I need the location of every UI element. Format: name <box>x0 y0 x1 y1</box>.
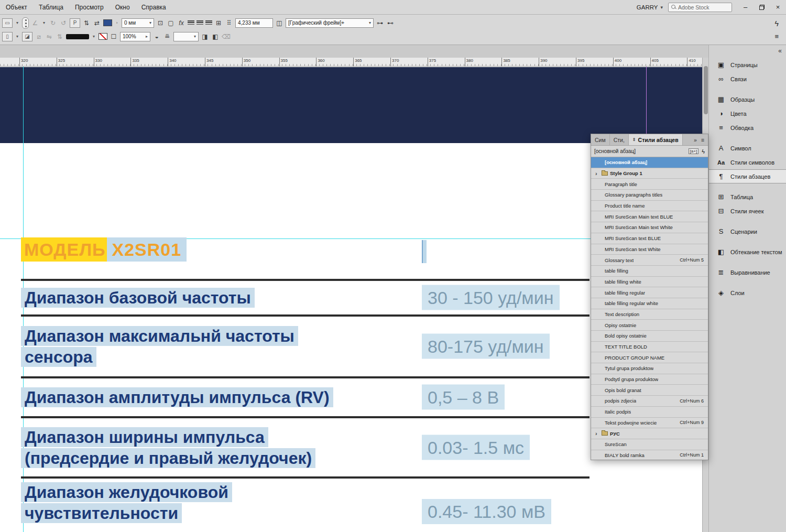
menu-item-3[interactable]: Окно <box>110 0 136 15</box>
effects-fx-icon[interactable]: fx <box>177 18 185 28</box>
style-item-9[interactable]: Glossary textCtrl+Num 5 <box>591 255 708 266</box>
menu-item-1[interactable]: Таблица <box>33 0 69 15</box>
rotate-cw-icon[interactable]: ↻ <box>49 18 57 28</box>
unlink-icon[interactable]: ⊷ <box>386 18 395 28</box>
style-item-11[interactable]: table filling white <box>591 277 708 288</box>
style-group-25[interactable]: ›РУС <box>591 428 708 439</box>
style-item-20[interactable]: Podtytl grupa produktow <box>591 374 708 385</box>
style-item-5[interactable]: MRI SureScan Main text BLUE <box>591 211 708 222</box>
style-item-0[interactable]: [основной абзац] <box>591 157 708 168</box>
opacity-icon[interactable]: ◒ <box>152 32 161 41</box>
quick-apply-icon[interactable]: ϟ <box>702 148 705 155</box>
frame-proxy-2-icon[interactable]: ▯ <box>2 32 13 41</box>
dock-item-color[interactable]: ◑Цвета <box>709 106 786 121</box>
panel-menu-icon[interactable]: ≡ <box>774 32 779 40</box>
flip-horizontal-icon[interactable]: ⇋ <box>45 32 53 41</box>
style-item-21[interactable]: Opis bold granat <box>591 385 708 396</box>
style-group-1[interactable]: ›Style Group 1 <box>591 168 708 179</box>
menu-item-0[interactable]: Объект <box>0 0 33 15</box>
style-item-14[interactable]: Text description <box>591 309 708 320</box>
panel-flyout-menu-icon[interactable]: ≡ <box>701 137 704 143</box>
style-item-18[interactable]: PRODUCT GROUP NAME <box>591 352 708 363</box>
fill-color-swatch[interactable] <box>103 19 112 26</box>
align-center-icon[interactable] <box>196 20 203 26</box>
style-item-6[interactable]: MRI SureScan Main text White <box>591 222 708 233</box>
reference-point-proxy[interactable] <box>22 17 29 29</box>
dock-item-stroke[interactable]: ≡Обводка <box>709 121 786 135</box>
tab-character[interactable]: Сим <box>591 134 610 145</box>
chevron-right-icon[interactable]: › <box>114 20 119 25</box>
clear-attributes-icon[interactable]: ⌫ <box>222 32 231 41</box>
style-item-12[interactable]: table filling regular <box>591 287 708 298</box>
menu-item-4[interactable]: Справка <box>136 0 172 15</box>
expander-icon[interactable]: › <box>595 430 599 437</box>
menu-item-2[interactable]: Просмотр <box>69 0 110 15</box>
corner-options-icon[interactable]: ◪ <box>22 32 32 41</box>
swatch-tint-select[interactable]: ▾ <box>173 32 199 41</box>
dock-item-scripts[interactable]: SСценарии <box>709 224 786 238</box>
scrollbar-thumb[interactable] <box>704 66 708 114</box>
dock-item-text-wrap[interactable]: ◧Обтекание текстом <box>709 245 786 259</box>
style-item-22[interactable]: podpis zdjeciaCtrl+Num 6 <box>591 396 708 407</box>
stroke-color-none-swatch[interactable] <box>99 33 107 40</box>
rotation-angle-icon[interactable]: ∠ <box>31 18 39 28</box>
stroke-type-select[interactable] <box>66 34 89 39</box>
link-icon[interactable]: ⊶ <box>376 18 384 28</box>
dock-item-align[interactable]: ≣Выравнивание <box>709 265 786 279</box>
columns-icon[interactable]: ⊞ <box>214 18 223 28</box>
vertical-align-icon[interactable]: ≞ <box>163 32 171 41</box>
scale-field[interactable]: 100% ▸ <box>120 32 150 41</box>
tab-paragraph-styles[interactable]: ⇕ Стили абзацев <box>629 134 683 145</box>
minimize-button[interactable]: – <box>737 0 754 15</box>
style-item-19[interactable]: Tytul grupa produktow <box>591 363 708 374</box>
style-item-3[interactable]: Glossary paragraphs titles <box>591 190 708 201</box>
align-justify-icon[interactable] <box>205 20 212 26</box>
quick-apply-icon[interactable]: ϟ <box>775 19 779 28</box>
chevron-down-icon[interactable]: ▾ <box>15 20 20 25</box>
restore-button[interactable] <box>754 0 770 15</box>
expand-panels-icon[interactable]: « <box>778 47 782 55</box>
style-item-26[interactable]: SureScan <box>591 439 708 450</box>
dock-item-pages[interactable]: ▣Страницы <box>709 58 786 72</box>
fit-content-icon[interactable]: ◫ <box>275 18 283 28</box>
space-before-icon[interactable]: ⇅ <box>82 18 91 28</box>
horizontal-ruler[interactable]: 3203253303353403453503553603653703753803… <box>0 58 702 67</box>
flip-vertical-icon[interactable]: ⇅ <box>56 32 64 41</box>
style-item-15[interactable]: Opisy ostatnie <box>591 320 708 331</box>
chevron-down-icon[interactable]: ▾ <box>15 34 20 39</box>
clear-overrides-icon[interactable]: [a+] <box>689 148 699 154</box>
mask-icon[interactable]: ◧ <box>211 32 220 41</box>
style-item-4[interactable]: Product title name <box>591 201 708 212</box>
style-item-2[interactable]: Paragraph title <box>591 179 708 190</box>
style-item-17[interactable]: TEXT TITLE BOLD <box>591 342 708 353</box>
dock-item-paragraph-styles[interactable]: ¶Стили абзацев <box>709 169 786 183</box>
dock-item-links[interactable]: ∞Связи <box>709 72 786 86</box>
chevron-down-icon[interactable]: ▾ <box>91 34 96 39</box>
frame-proxy-icon[interactable]: ▭ <box>2 18 13 28</box>
close-button[interactable]: × <box>770 0 786 15</box>
frame-icon[interactable]: ▢ <box>167 18 175 28</box>
dock-item-character-styles[interactable]: AaСтили символов <box>709 155 786 169</box>
wrap-icon[interactable]: ◨ <box>201 32 209 41</box>
style-item-24[interactable]: Tekst podwojne wciecieCtrl+Num 9 <box>591 418 708 429</box>
object-style-select[interactable]: [Графический фрейм]+ ▾ <box>286 18 374 28</box>
space-after-icon[interactable]: ⇄ <box>93 18 101 28</box>
style-item-16[interactable]: Bold opisy ostatnie <box>591 331 708 342</box>
style-item-7[interactable]: MRI SureScan text BLUE <box>591 233 708 244</box>
tab-character-styles[interactable]: Сти, <box>610 134 629 145</box>
leading-field[interactable]: 4,233 мм <box>235 18 273 28</box>
adobe-stock-search-input[interactable]: Adobe Stock <box>668 3 732 12</box>
dock-item-swatches[interactable]: ▦Образцы <box>709 92 786 106</box>
rotate-ccw-icon[interactable]: ↺ <box>59 18 68 28</box>
dock-item-cell-styles[interactable]: ⊟Стили ячеек <box>709 204 786 218</box>
style-item-23[interactable]: Italic podpis <box>591 407 708 418</box>
baseline-grid-icon[interactable]: ⠿ <box>225 18 233 28</box>
style-item-8[interactable]: MRI SureScan text White <box>591 244 708 255</box>
align-left-icon[interactable] <box>188 20 194 26</box>
collapse-panel-icon[interactable]: » <box>694 137 697 143</box>
dock-item-layers[interactable]: ◈Слои <box>709 286 786 300</box>
style-override-icon[interactable]: ☐ <box>110 32 118 41</box>
workspace-switcher[interactable]: GARRY ▾ <box>637 4 663 10</box>
style-item-13[interactable]: table filling regular white <box>591 298 708 309</box>
distribute-icon[interactable]: ⊡ <box>156 18 165 28</box>
